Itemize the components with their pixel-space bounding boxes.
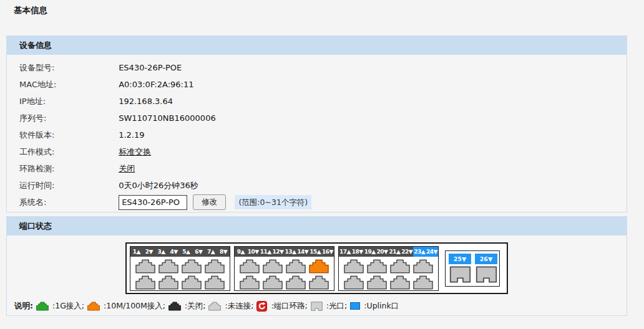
rj45-black-icon (168, 302, 183, 311)
software-version-label: 软件版本: (19, 126, 116, 143)
legend-item: :10M/100M接入; (87, 301, 168, 312)
port-13-icon (286, 259, 306, 274)
mac-address-value: A0:03:0F:2A:96:11 (119, 80, 193, 89)
port-number-label-25: 25▼ (449, 254, 471, 264)
device-model-label: 设备型号: (19, 59, 116, 76)
port-number-label-9: 9▲ (235, 247, 247, 257)
port-number-label-15: 15▲ (309, 247, 321, 257)
port-group-1: 1▲2▼3▲4▼5▲6▼7▲8▼ (130, 246, 230, 291)
port-26-icon (476, 266, 497, 283)
ip-address-value: 192.168.3.64 (119, 97, 173, 106)
legend-item: :光口; (311, 301, 350, 312)
port-group-3: 17▲18▼19▲20▼21▲22▼23▲24▼ (338, 246, 439, 291)
legend-item-text: :Uplink口 (364, 301, 399, 312)
port-board: 1▲2▼3▲4▼5▲6▼7▲8▼9▲10▼11▲12▼13▲14▼15▲16▼1… (125, 242, 508, 294)
legend-item: :关闭; (168, 301, 208, 312)
port-16-icon (309, 275, 329, 290)
port-6-icon (182, 275, 202, 290)
port-group-2-numbers: 9▲10▼11▲12▼13▲14▼15▲16▼ (235, 247, 334, 257)
port-10-icon (240, 275, 260, 290)
port-number-label-11: 11▲ (260, 247, 272, 257)
port-status-header: 端口状态 (7, 217, 627, 236)
port-number-label-2: 2▼ (143, 247, 155, 257)
port-number-label-17: 17▲ (339, 247, 351, 257)
port-number-label-21: 21▲ (389, 247, 401, 257)
port-group-2-ports (235, 257, 334, 291)
row-ip-address: IP地址: 192.168.3.64 (7, 92, 627, 109)
system-name-label: 系统名: (19, 194, 116, 211)
port-number-label-26: 26▼ (475, 254, 497, 264)
system-name-range-hint: (范围:0~31个字符) (235, 195, 311, 209)
work-mode-label: 工作模式: (19, 143, 116, 160)
software-version-value: 1.2.19 (119, 130, 144, 140)
legend-item-text: :未连接; (225, 301, 253, 312)
port-number-label-10: 10▼ (247, 247, 260, 257)
port-group-2: 9▲10▼11▲12▼13▲14▼15▲16▼ (234, 246, 334, 291)
device-info-panel: 设备信息 设备型号: ES430-26P-POE MAC地址: A0:03:0F… (6, 36, 627, 212)
port-number-label-4: 4▼ (168, 247, 180, 257)
row-device-model: 设备型号: ES430-26P-POE (7, 59, 627, 75)
work-mode-link[interactable]: 标准交换 (119, 147, 151, 156)
port-number-label-23: 23▲ (413, 247, 426, 257)
device-info-header: 设备信息 (7, 36, 627, 55)
port-number-label-18: 18▼ (351, 247, 364, 257)
port-20-icon (367, 275, 387, 290)
uplink-port-icon (350, 302, 362, 310)
legend: 说明::1G接入;:10M/100M接入;:关闭;:未连接;:端口环路;:光口;… (14, 298, 402, 313)
rj45-orange-icon (87, 302, 102, 311)
modify-button[interactable]: 修改 (193, 194, 226, 210)
port-number-label-8: 8▼ (217, 247, 230, 257)
port-number-label-13: 13▲ (285, 247, 297, 257)
port-5-icon (182, 259, 202, 274)
legend-item: :Uplink口 (350, 301, 402, 312)
row-loop-detect: 环路检测: 关闭 (7, 160, 627, 176)
row-serial-number: 序列号: SW110710NB16000006 (7, 109, 627, 126)
port-4-icon (159, 275, 178, 290)
legend-item-text: :关闭; (185, 301, 205, 312)
row-mac-address: MAC地址: A0:03:0F:2A:96:11 (7, 75, 627, 92)
port-7-icon (205, 259, 225, 274)
device-model-value: ES430-26P-POE (119, 63, 182, 72)
port-14-icon (286, 275, 306, 290)
device-info-rows: 设备型号: ES430-26P-POE MAC地址: A0:03:0F:2A:9… (7, 55, 627, 210)
port-number-label-12: 12▼ (272, 247, 285, 257)
port-22-icon (390, 275, 410, 290)
port-8-icon (205, 275, 225, 290)
port-loop-icon (256, 301, 269, 312)
port-number-label-5: 5▲ (180, 247, 193, 257)
uptime-label: 运行时间: (19, 177, 116, 194)
port-number-label-19: 19▲ (364, 247, 376, 257)
port-19-icon (367, 259, 387, 274)
legend-title: 说明: (14, 301, 33, 312)
legend-item-text: :端口环路; (271, 301, 307, 312)
port-23-icon (413, 259, 433, 274)
port-number-label-24: 24▼ (426, 247, 438, 257)
ip-address-label: IP地址: (19, 93, 116, 110)
legend-item-text: :1G接入; (52, 301, 84, 312)
loop-detect-label: 环路检测: (19, 160, 116, 177)
port-3-icon (159, 259, 178, 274)
port-status-panel: 端口状态 1▲2▼3▲4▼5▲6▼7▲8▼9▲10▼11▲12▼13▲14▼15… (6, 216, 627, 316)
port-group-1-numbers: 1▲2▼3▲4▼5▲6▼7▲8▼ (130, 247, 230, 257)
row-uptime: 运行时间: 0天0小时26分钟36秒 (7, 176, 627, 193)
legend-item: :1G接入; (36, 301, 87, 312)
serial-number-value: SW110710NB16000006 (119, 113, 216, 123)
port-2-icon (135, 275, 155, 290)
rj45-gray-icon (208, 302, 223, 311)
loop-detect-link[interactable]: 关闭 (119, 164, 135, 173)
port-11-icon (263, 259, 283, 274)
sfp-panel: 25▼26▼ (445, 250, 500, 287)
legend-item: :未连接; (208, 301, 256, 312)
port-25-icon (449, 266, 471, 283)
port-1-icon (135, 259, 155, 274)
port-group-1-ports (130, 257, 230, 291)
system-name-input[interactable] (119, 195, 187, 210)
port-12-icon (263, 275, 283, 290)
port-24-icon (413, 275, 433, 290)
fiber-port-icon (311, 302, 324, 311)
legend-item-text: :10M/100M接入; (104, 301, 165, 312)
port-number-label-16: 16▼ (321, 247, 334, 257)
page-title: 基本信息 (14, 5, 47, 16)
uptime-value: 0天0小时26分钟36秒 (119, 181, 198, 190)
port-group-3-numbers: 17▲18▼19▲20▼21▲22▼23▲24▼ (339, 247, 438, 257)
